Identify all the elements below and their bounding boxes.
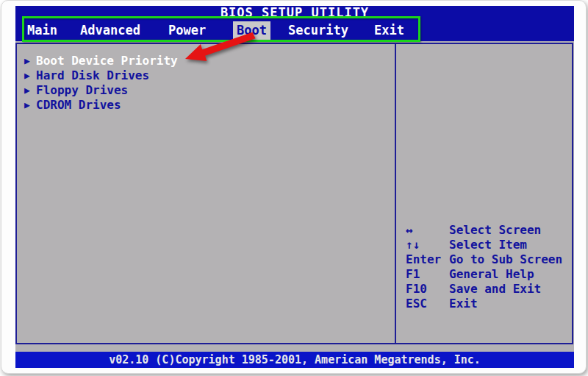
help-key: Enter <box>406 252 449 267</box>
help-key: ↔ <box>406 223 449 238</box>
menu-item-power[interactable]: Power <box>168 20 206 41</box>
key-help-panel: ↔ Select Screen ↑↓ Select Item Enter Go … <box>396 43 573 344</box>
help-key: ↑↓ <box>406 238 449 252</box>
help-action: Go to Sub Screen <box>449 252 572 267</box>
submenu-arrow-icon: ▶ <box>24 99 36 110</box>
menu-item-boot[interactable]: Boot <box>233 21 270 40</box>
boot-item-label: CDROM Drives <box>36 98 121 112</box>
help-action: Select Screen <box>449 223 572 238</box>
help-row-save-exit: F10 Save and Exit <box>396 282 572 297</box>
content-panels: ▶ Boot Device Priority ▶ Hard Disk Drive… <box>15 43 573 344</box>
menu-bar: Main Advanced Power Boot Security Exit <box>15 20 574 41</box>
bios-screen: BIOS SETUP UTILITY Main Advanced Power B… <box>15 6 574 368</box>
help-action: Select Item <box>449 238 572 252</box>
help-action: Exit <box>449 297 572 311</box>
help-row-general-help: F1 General Help <box>396 267 572 282</box>
boot-item-label: Boot Device Priority <box>36 54 178 68</box>
boot-item-floppy-drives[interactable]: ▶ Floppy Drives <box>17 82 395 97</box>
submenu-arrow-icon: ▶ <box>24 85 36 96</box>
menu-item-main[interactable]: Main <box>27 20 57 41</box>
help-action: General Help <box>449 267 572 282</box>
help-row-select-item: ↑↓ Select Item <box>396 238 572 252</box>
boot-item-boot-device-priority[interactable]: ▶ Boot Device Priority <box>17 53 395 68</box>
boot-item-label: Floppy Drives <box>36 83 128 97</box>
boot-item-hard-disk-drives[interactable]: ▶ Hard Disk Drives <box>17 68 395 82</box>
help-key: F1 <box>406 267 449 282</box>
help-key: ESC <box>406 297 449 311</box>
key-help-list: ↔ Select Screen ↑↓ Select Item Enter Go … <box>396 223 572 311</box>
bios-title: BIOS SETUP UTILITY <box>15 6 574 20</box>
help-row-sub-screen: Enter Go to Sub Screen <box>396 252 572 267</box>
help-key: F10 <box>406 282 449 297</box>
boot-item-cdrom-drives[interactable]: ▶ CDROM Drives <box>17 97 395 112</box>
help-row-select-screen: ↔ Select Screen <box>396 223 572 238</box>
menu-item-exit[interactable]: Exit <box>374 20 404 41</box>
help-row-exit: ESC Exit <box>396 297 572 311</box>
submenu-arrow-icon: ▶ <box>24 55 36 66</box>
submenu-arrow-icon: ▶ <box>24 70 36 81</box>
help-action: Save and Exit <box>449 282 572 297</box>
boot-item-label: Hard Disk Drives <box>36 68 149 82</box>
menu-item-security[interactable]: Security <box>288 20 348 41</box>
menu-item-advanced[interactable]: Advanced <box>80 20 140 41</box>
copyright-bar: v02.10 (C)Copyright 1985-2001, American … <box>15 352 574 368</box>
boot-options-panel: ▶ Boot Device Priority ▶ Hard Disk Drive… <box>15 43 396 344</box>
